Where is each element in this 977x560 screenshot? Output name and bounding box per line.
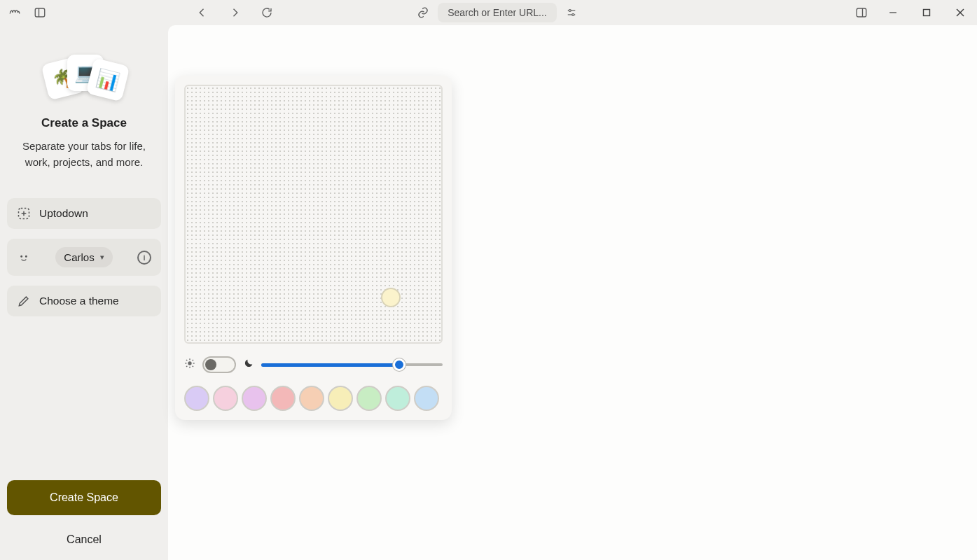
nav-forward-button[interactable] bbox=[227, 5, 242, 20]
chevron-down-icon: ▾ bbox=[100, 253, 104, 262]
color-swatch[interactable] bbox=[184, 386, 209, 411]
svg-rect-9 bbox=[924, 10, 930, 16]
color-swatches bbox=[184, 386, 443, 411]
dark-mode-toggle[interactable] bbox=[202, 356, 236, 373]
svg-line-24 bbox=[186, 366, 187, 367]
svg-line-23 bbox=[193, 366, 193, 367]
url-search-input[interactable]: Search or Enter URL... bbox=[438, 3, 557, 22]
svg-rect-0 bbox=[35, 8, 45, 17]
titlebar: Search or Enter URL... bbox=[0, 0, 977, 25]
sun-icon bbox=[184, 358, 195, 372]
preview-accent-handle[interactable] bbox=[381, 288, 401, 307]
sidebar-toggle-icon[interactable] bbox=[32, 5, 48, 20]
profile-chip[interactable]: Carlos ▾ bbox=[55, 247, 112, 267]
color-swatch[interactable] bbox=[385, 386, 410, 411]
slider-fill bbox=[261, 363, 399, 367]
color-swatch[interactable] bbox=[270, 386, 296, 411]
slider-thumb[interactable] bbox=[393, 358, 406, 371]
url-search-placeholder: Search or Enter URL... bbox=[448, 7, 547, 18]
color-swatch[interactable] bbox=[299, 386, 324, 411]
space-name-label: Uptodown bbox=[39, 207, 88, 220]
moon-icon bbox=[243, 358, 254, 372]
svg-point-15 bbox=[21, 255, 22, 257]
sidebar-title: Create a Space bbox=[7, 116, 161, 130]
window-close-button[interactable] bbox=[950, 3, 970, 22]
theme-option[interactable]: Choose a theme bbox=[7, 286, 161, 316]
profile-face-icon bbox=[17, 251, 31, 265]
profile-option[interactable]: Carlos ▾ i bbox=[7, 239, 161, 276]
split-view-icon[interactable] bbox=[854, 5, 869, 20]
theme-preview[interactable] bbox=[184, 85, 443, 344]
color-swatch[interactable] bbox=[414, 386, 439, 411]
svg-line-25 bbox=[193, 360, 193, 360]
info-icon[interactable]: i bbox=[137, 251, 151, 265]
svg-line-22 bbox=[186, 360, 187, 360]
svg-point-17 bbox=[188, 361, 191, 365]
window-minimize-button[interactable] bbox=[883, 3, 903, 22]
copy-link-icon[interactable] bbox=[415, 5, 431, 20]
theme-picker-panel bbox=[175, 76, 452, 420]
app-logo-icon bbox=[7, 5, 22, 20]
toggle-knob bbox=[205, 359, 216, 370]
svg-point-3 bbox=[569, 10, 571, 12]
color-swatch[interactable] bbox=[328, 386, 353, 411]
svg-point-5 bbox=[572, 14, 574, 16]
space-name-option[interactable]: Uptodown bbox=[7, 198, 161, 229]
sidebar-subtitle: Separate your tabs for life, work, proje… bbox=[7, 139, 161, 170]
nav-back-button[interactable] bbox=[195, 5, 210, 20]
svg-point-16 bbox=[26, 255, 27, 257]
create-space-button[interactable]: Create Space bbox=[7, 480, 161, 515]
main-content-area bbox=[168, 25, 977, 560]
window-maximize-button[interactable] bbox=[917, 3, 936, 22]
space-icon-placeholder-icon bbox=[17, 206, 31, 220]
svg-rect-6 bbox=[857, 8, 866, 17]
color-swatch[interactable] bbox=[213, 386, 238, 411]
cancel-button[interactable]: Cancel bbox=[7, 526, 161, 553]
space-icons-illustration: 🌴 💻 📊 bbox=[42, 53, 126, 102]
color-swatch[interactable] bbox=[242, 386, 267, 411]
profile-name-label: Carlos bbox=[64, 251, 94, 263]
reload-button[interactable] bbox=[259, 5, 275, 20]
color-swatch[interactable] bbox=[356, 386, 382, 411]
pencil-icon bbox=[17, 294, 31, 308]
intensity-slider[interactable] bbox=[261, 358, 443, 372]
sidebar: 🌴 💻 📊 Create a Space Separate your tabs … bbox=[0, 25, 168, 560]
theme-label: Choose a theme bbox=[39, 295, 119, 307]
site-settings-icon[interactable] bbox=[564, 5, 579, 20]
illustration-card: 📊 bbox=[85, 57, 130, 102]
